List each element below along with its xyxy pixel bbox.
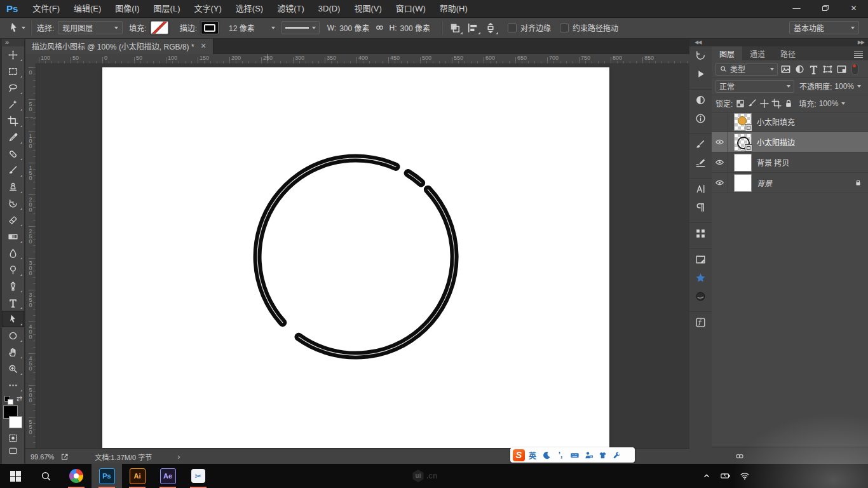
layer-row[interactable]: 背景 <box>712 173 868 193</box>
document-canvas[interactable] <box>102 67 609 448</box>
menu-item-4[interactable]: 图层(L) <box>147 0 187 17</box>
layer-row[interactable]: 小太阳描边 <box>712 132 868 152</box>
filter-pixel-layers-icon[interactable] <box>780 64 792 75</box>
after-effects[interactable]: Ae <box>153 464 183 488</box>
fill-swatch[interactable] <box>151 21 168 34</box>
visibility-toggle[interactable] <box>712 173 728 193</box>
menu-item-9[interactable]: 视图(V) <box>347 0 388 17</box>
screen-mode-button[interactable] <box>2 444 24 457</box>
menu-item-1[interactable]: 文件(F) <box>25 0 67 17</box>
ime-skin-icon[interactable] <box>596 451 609 460</box>
illustrator[interactable]: Ai <box>122 464 153 488</box>
wifi-icon[interactable] <box>740 471 750 480</box>
adjustments-panel[interactable] <box>689 89 712 109</box>
info-panel[interactable] <box>689 109 712 128</box>
tab-路径[interactable]: 路径 <box>773 46 803 60</box>
stroke-width-caret-icon[interactable] <box>271 27 275 29</box>
minimize-button[interactable]: — <box>782 0 811 17</box>
panel-menu-icon[interactable] <box>854 51 863 58</box>
close-tab-icon[interactable]: ✕ <box>201 42 207 50</box>
tab-图层[interactable]: 图层 <box>712 46 742 60</box>
swap-colors-icon[interactable]: ⇄ <box>17 395 22 403</box>
zoom-tool[interactable] <box>2 360 24 377</box>
status-chevron-icon[interactable]: › <box>177 452 180 461</box>
path-arrangement-button[interactable] <box>484 22 498 34</box>
lock-artboard-icon[interactable] <box>771 98 782 109</box>
ime-punctuation-icon[interactable]: ’, <box>554 451 567 459</box>
tab-通道[interactable]: 通道 <box>742 46 773 60</box>
eraser-tool[interactable] <box>2 212 24 228</box>
ime-language-button[interactable]: 英 <box>526 450 539 461</box>
quick-selection-tool[interactable] <box>2 96 24 112</box>
menu-item-8[interactable]: 3D(D) <box>311 0 348 17</box>
visibility-toggle[interactable] <box>712 112 728 132</box>
share-icon[interactable] <box>60 452 69 461</box>
stock-panel[interactable] <box>689 287 712 306</box>
hand-tool[interactable] <box>2 344 24 360</box>
filter-smart-objects-icon[interactable] <box>836 64 848 75</box>
workspace-switcher[interactable]: 基本功能 <box>789 21 859 34</box>
lock-all-icon[interactable] <box>783 98 794 109</box>
menu-item-3[interactable]: 图像(I) <box>108 0 146 17</box>
history-panel[interactable] <box>689 46 712 65</box>
layer-filter-dropdown[interactable]: 类型 <box>715 63 778 76</box>
dodge-tool[interactable] <box>2 261 24 278</box>
height-field[interactable]: 300 像素 <box>400 22 430 33</box>
stroke-width-field[interactable]: 12 像素 <box>229 22 255 33</box>
healing-brush-tool[interactable] <box>2 146 24 162</box>
align-edges-checkbox[interactable]: 对齐边缘 <box>508 22 551 33</box>
horizontal-ruler[interactable]: 1005005010015020025030035040045050055060… <box>36 54 689 64</box>
visibility-toggle[interactable] <box>712 132 728 152</box>
link-layers-icon[interactable] <box>735 451 745 461</box>
filter-adjustment-layers-icon[interactable] <box>794 64 806 75</box>
visibility-toggle[interactable] <box>712 152 728 172</box>
swatches-panel[interactable] <box>689 222 712 243</box>
ime-keyboard-icon[interactable] <box>568 451 581 460</box>
snipping-tool[interactable]: ✂ <box>183 464 214 488</box>
ruler-origin-box[interactable] <box>25 54 36 64</box>
select-mode-dropdown[interactable]: 现用图层 <box>58 21 123 34</box>
menu-item-2[interactable]: 编辑(E) <box>67 0 108 17</box>
stroke-swatch[interactable] <box>201 21 219 34</box>
background-color-swatch[interactable] <box>9 416 22 428</box>
tray-chevron-up-icon[interactable] <box>702 471 712 480</box>
layer-row[interactable]: 背景 拷贝 <box>712 152 868 173</box>
start-button[interactable] <box>0 464 31 488</box>
battery-icon[interactable] <box>721 471 731 480</box>
menu-item-10[interactable]: 窗口(W) <box>389 0 433 17</box>
paragraph-panel[interactable] <box>689 198 712 217</box>
clone-stamp-tool[interactable] <box>2 179 24 195</box>
search-button[interactable] <box>31 464 61 488</box>
blur-tool[interactable] <box>2 245 24 261</box>
eyedropper-tool[interactable] <box>2 129 24 146</box>
sogou-logo-icon[interactable]: S <box>513 449 525 461</box>
character-panel[interactable] <box>689 178 712 198</box>
canvas-viewport[interactable] <box>36 64 689 448</box>
move-tool[interactable] <box>2 46 24 63</box>
history-brush-tool[interactable] <box>2 195 24 212</box>
filtering-toggle[interactable] <box>851 63 858 75</box>
menu-item-5[interactable]: 文字(Y) <box>187 0 228 17</box>
opacity-value[interactable]: 100% <box>834 82 854 91</box>
type-tool[interactable] <box>2 294 24 311</box>
ime-fullhalf-icon[interactable] <box>540 451 553 460</box>
photoshop[interactable]: Ps <box>92 464 122 488</box>
close-button[interactable]: ✕ <box>839 0 868 17</box>
constrain-path-checkbox[interactable]: 约束路径拖动 <box>560 22 618 33</box>
link-dimensions-icon[interactable] <box>375 23 384 32</box>
lasso-tool[interactable] <box>2 79 24 96</box>
filter-shape-layers-icon[interactable] <box>822 64 834 75</box>
scripts-panel[interactable] <box>689 311 712 332</box>
gradient-tool[interactable] <box>2 228 24 245</box>
libraries-panel[interactable] <box>689 269 712 287</box>
stroke-style-dropdown[interactable] <box>281 21 320 34</box>
marquee-tool[interactable] <box>2 63 24 79</box>
expand-dock-icon[interactable]: ◀◀ <box>695 38 701 46</box>
pen-tool[interactable] <box>2 278 24 294</box>
default-colors-icon[interactable] <box>4 396 12 403</box>
crop-tool[interactable] <box>2 112 24 129</box>
brush-settings-panel[interactable] <box>689 133 712 154</box>
fill-opacity-value[interactable]: 100% <box>819 99 839 108</box>
tool-presets-panel[interactable] <box>689 154 712 172</box>
styles-panel[interactable] <box>689 248 712 269</box>
